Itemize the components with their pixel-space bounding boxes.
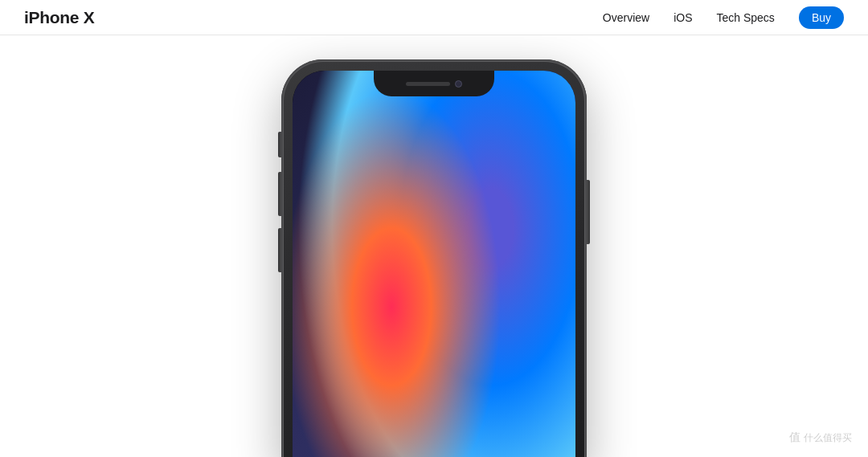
main-nav: Overview iOS Tech Specs Buy: [603, 6, 844, 29]
site-title: iPhone X: [24, 8, 94, 27]
notch-camera: [455, 80, 462, 88]
iphone-container: [273, 59, 595, 457]
iphone-wrapper: [281, 59, 587, 457]
phone-screen: [293, 71, 575, 457]
side-button-power: [587, 180, 590, 244]
main-content: 值 什么值得买: [0, 35, 868, 457]
watermark: 值 什么值得买: [789, 430, 852, 445]
watermark-icon: 值: [789, 430, 800, 445]
nav-ios[interactable]: iOS: [674, 11, 692, 24]
phone-body: [281, 59, 587, 457]
screen-wallpaper: [293, 71, 575, 457]
watermark-text: 什么值得买: [804, 431, 852, 445]
buy-button[interactable]: Buy: [799, 6, 844, 29]
phone-notch: [374, 71, 494, 96]
nav-tech-specs[interactable]: Tech Specs: [717, 11, 775, 24]
site-header: iPhone X Overview iOS Tech Specs Buy: [0, 0, 868, 35]
notch-speaker: [406, 82, 450, 86]
nav-overview[interactable]: Overview: [603, 11, 649, 24]
